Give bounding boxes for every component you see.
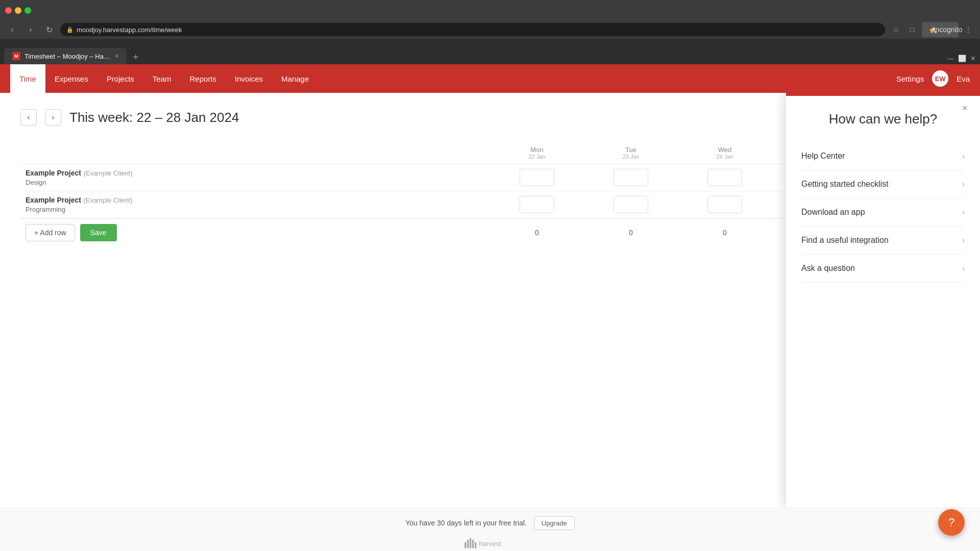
nav-right-items: Settings EW Eva [896,70,970,87]
time-input-tue-2[interactable] [614,196,648,213]
url-text: moodjoy.harvestapp.com/time/week [77,26,182,34]
help-panel-close-button[interactable]: × [958,101,972,115]
project-name-1: Example Project [26,169,81,177]
nav-item-reports[interactable]: Reports [181,64,226,93]
integration-label: Find a useful integration [801,236,962,245]
svg-rect-0 [464,542,466,548]
user-avatar: EW [932,70,948,87]
menu-icon[interactable]: ⋮ [962,23,975,36]
svg-rect-1 [467,540,469,548]
nav-items: Time Expenses Projects Team Reports Invo… [10,64,318,93]
traffic-lights [5,7,31,14]
help-panel-body: × How can we help? Help Center › Getting… [786,96,980,508]
maximize-window-button[interactable] [24,7,31,14]
help-item-integration[interactable]: Find a useful integration › [801,227,965,255]
time-cell-mon-2 [490,191,584,219]
address-bar[interactable]: 🔒 moodjoy.harvestapp.com/time/week [60,23,885,36]
time-cell-mon-1 [490,164,584,191]
getting-started-label: Getting started checklist [801,180,962,189]
browser-chrome: ‹ › ↻ 🔒 moodjoy.harvestapp.com/time/week… [0,0,980,46]
project-info-2: Example Project (Example Client) Program… [20,191,490,219]
day-header-tue: Tue23 Jan [584,142,678,164]
tab-title: Timesheet – Moodjoy – Harvest [24,53,111,60]
help-fab-button[interactable]: ? [938,509,965,536]
svg-rect-2 [470,538,471,548]
settings-link[interactable]: Settings [896,74,924,83]
svg-rect-3 [472,540,474,548]
active-tab[interactable]: M Timesheet – Moodjoy – Harvest × [4,48,127,64]
week-title: This week: 22 – 28 Jan 2024 [69,110,239,126]
download-app-arrow-icon: › [962,208,965,217]
help-panel-title: How can we help? [801,111,965,127]
harvest-logo-icon: harvest [464,536,516,548]
save-button[interactable]: Save [80,224,117,241]
project-column-header [20,142,490,164]
bookmark-star-icon[interactable]: ☆ [889,23,902,36]
nav-item-time[interactable]: Time [10,64,45,93]
svg-rect-4 [475,542,476,548]
ask-question-label: Ask a question [801,264,962,273]
ask-question-arrow-icon: › [962,264,965,273]
time-input-mon-2[interactable] [520,196,554,213]
project-info-1: Example Project (Example Client) Design [20,164,490,191]
tab-bar: M Timesheet – Moodjoy – Harvest × + — ⬜ … [0,46,980,64]
help-panel: × How can we help? Help Center › Getting… [786,93,980,508]
nav-item-expenses[interactable]: Expenses [45,64,97,93]
minimize-window-button[interactable] [15,7,21,14]
day-header-mon: Mon22 Jan [490,142,584,164]
browser-top-bar [0,0,980,20]
main-content: ‹ › This week: 22 – 28 Jan 2024 📅 Mon22 … [0,93,980,508]
next-week-button[interactable]: › [45,109,61,126]
back-button[interactable]: ‹ [5,22,19,37]
forward-button[interactable]: › [23,22,38,37]
profile-icon[interactable]: □ [905,23,919,36]
help-center-arrow-icon: › [962,152,965,161]
time-input-mon-1[interactable] [520,169,554,186]
download-app-label: Download an app [801,208,962,217]
nav-item-invoices[interactable]: Invoices [226,64,272,93]
nav-item-manage[interactable]: Manage [272,64,318,93]
tab-favicon: M [12,52,20,60]
restore-browser-button[interactable]: ⬜ [958,55,966,62]
browser-nav-right: ☆ □ 🕵 Incognito ⋮ [889,22,975,37]
day-header-wed: Wed24 Jan [678,142,772,164]
getting-started-arrow-icon: › [962,180,965,189]
svg-text:harvest: harvest [479,540,501,547]
time-cell-tue-2 [584,191,678,219]
refresh-button[interactable]: ↻ [42,22,56,37]
help-item-download-app[interactable]: Download an app › [801,198,965,227]
incognito-label: Incognito [941,23,954,36]
total-tue: 0 [584,218,678,246]
nav-item-team[interactable]: Team [143,64,181,93]
project-client-2: (Example Client) [83,196,132,204]
time-cell-tue-1 [584,164,678,191]
nav-item-projects[interactable]: Projects [97,64,143,93]
add-row-button[interactable]: + Add row [26,224,75,241]
new-tab-button[interactable]: + [129,50,143,64]
tab-close-button[interactable]: × [115,53,118,60]
harvest-app: Time Expenses Projects Team Reports Invo… [0,64,980,551]
user-name: Eva [957,74,970,83]
time-input-wed-1[interactable] [707,169,742,186]
help-item-ask-question[interactable]: Ask a question › [801,255,965,283]
time-input-wed-2[interactable] [707,196,742,213]
lock-icon: 🔒 [66,27,74,33]
help-center-label: Help Center [801,152,962,161]
prev-week-button[interactable]: ‹ [20,109,37,126]
close-window-button[interactable] [5,7,12,14]
task-name-1: Design [26,179,46,186]
upgrade-button[interactable]: Upgrade [534,516,575,530]
integration-arrow-icon: › [962,236,965,245]
time-cell-wed-1 [678,164,772,191]
time-cell-wed-2 [678,191,772,219]
help-item-getting-started[interactable]: Getting started checklist › [801,170,965,198]
time-input-tue-1[interactable] [614,169,648,186]
minimize-browser-button[interactable]: — [947,55,954,62]
trial-text: You have 30 days left in your free trial… [405,519,527,527]
help-item-help-center[interactable]: Help Center › [801,142,965,170]
project-client-1: (Example Client) [83,169,132,177]
total-wed: 0 [678,218,772,246]
close-browser-button[interactable]: ✕ [970,55,976,62]
trial-notice: You have 30 days left in your free trial… [0,516,980,530]
total-mon: 0 [490,218,584,246]
